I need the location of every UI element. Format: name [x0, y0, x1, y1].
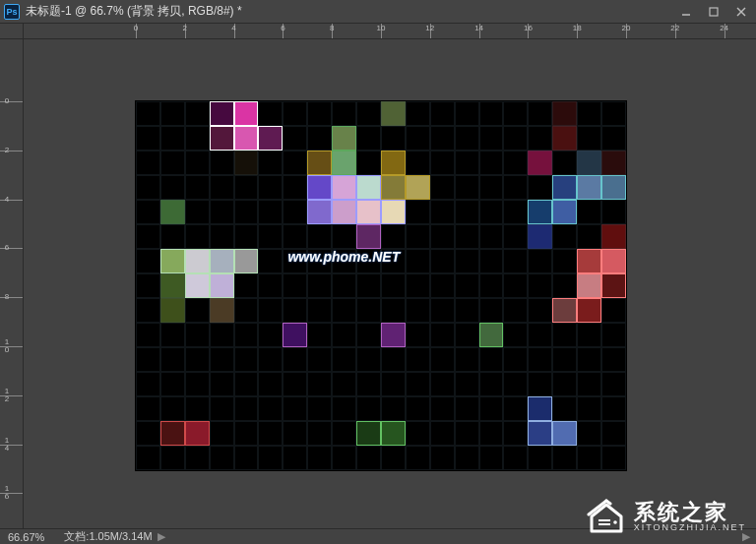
svg-point-6 — [613, 520, 617, 524]
ruler-horizontal[interactable]: 024681012141618202224262830 — [24, 24, 756, 39]
ruler-vertical[interactable]: 024681 01 21 41 61 8 — [0, 39, 24, 528]
brand-zh: 系统之家 — [634, 502, 746, 523]
workspace: 024681012141618202224262830 024681 01 21… — [0, 24, 756, 528]
app-icon: Ps — [4, 4, 20, 20]
canvas-viewport[interactable]: www.phome.NET — [24, 39, 756, 528]
brand-watermark: 系统之家 XITONGZHIJIA.NET — [587, 499, 746, 534]
svg-rect-1 — [710, 8, 718, 16]
brand-en: XITONGZHIJIA.NET — [634, 523, 746, 532]
close-button[interactable] — [730, 3, 752, 21]
status-doc: 文档:1.05M/3.14M ▶ — [64, 529, 164, 544]
brand-text: 系统之家 XITONGZHIJIA.NET — [634, 502, 746, 532]
status-doc-label: 文档: — [64, 530, 89, 542]
maximize-button[interactable] — [703, 3, 724, 21]
watermark-text: www.phome.NET — [287, 249, 400, 265]
title-bar: Ps 未标题-1 @ 66.7% (背景 拷贝, RGB/8#) * — [0, 0, 756, 24]
brand-logo-icon — [587, 499, 626, 534]
status-doc-size: 1.05M/3.14M — [89, 530, 152, 542]
ruler-corner — [0, 24, 24, 39]
chevron-right-icon[interactable]: ▶ — [158, 530, 165, 542]
status-zoom[interactable]: 66.67% — [8, 531, 44, 543]
document-canvas[interactable] — [136, 101, 626, 470]
document-title: 未标题-1 @ 66.7% (背景 拷贝, RGB/8#) * — [26, 3, 669, 20]
minimize-button[interactable] — [675, 3, 697, 21]
